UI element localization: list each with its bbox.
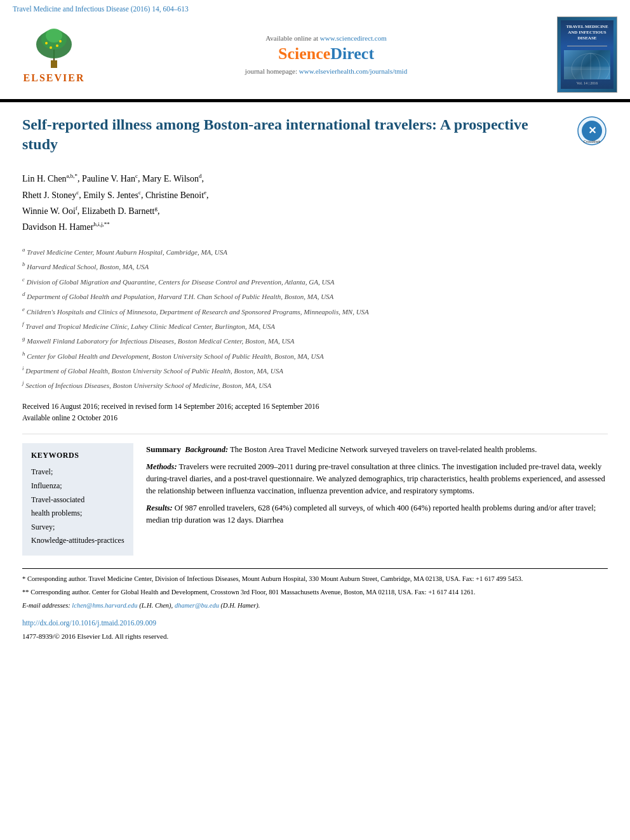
results-label: Results:	[146, 503, 173, 512]
background-text: The Boston Area Travel Medicine Network …	[230, 445, 537, 454]
email-hamer-link[interactable]: dhamer@bu.edu	[175, 602, 219, 609]
journal-homepage: journal homepage: www.elsevierhealth.com…	[108, 67, 544, 75]
author-barnett: Elizabeth D. Barnett	[82, 206, 155, 216]
author-stoney: Rhett J. Stoney	[22, 190, 76, 200]
author-han: Pauline V. Han	[82, 174, 135, 183]
svg-text:CrossMark: CrossMark	[584, 140, 601, 143]
keyword-5: Survey;	[31, 521, 124, 535]
affiliation-c: c Division of Global Migration and Quara…	[22, 275, 608, 288]
author-benoit: Christine Benoit	[145, 190, 204, 200]
author-chen-sup: a,b,*	[67, 173, 78, 180]
affiliation-i: i Department of Global Health, Boston Un…	[22, 364, 608, 377]
svg-point-7	[50, 46, 52, 49]
keyword-2: Influenza;	[31, 479, 124, 493]
keywords-box: KEYWORDS Travel; Influenza; Travel-assoc…	[22, 443, 133, 556]
author-jentes-sup: c	[138, 189, 141, 196]
crossmark-icon[interactable]: ✕ CrossMark	[576, 115, 608, 147]
affiliation-a: a Travel Medicine Center, Mount Auburn H…	[22, 245, 608, 258]
keyword-6: Knowledge-attitudes-practices	[31, 534, 124, 548]
abstract-text: Summary Background: The Boston Area Trav…	[146, 443, 608, 526]
authors-section: Lin H. Chena,b,*, Pauline V. Hanc, Mary …	[22, 171, 608, 235]
copyright-text: 1477-8939/© 2016 Elsevier Ltd. All right…	[22, 631, 608, 643]
received-date: Received 16 August 2016; received in rev…	[22, 401, 608, 412]
author-han-sup: c	[135, 173, 138, 180]
sciencedirect-logo: ScienceDirect	[108, 44, 544, 63]
author-benoit-sup: e	[204, 189, 206, 196]
main-content: Self-reported illness among Boston-area …	[0, 102, 630, 655]
svg-rect-0	[51, 60, 57, 68]
author-hamer-sup: h,i,j,**	[93, 221, 109, 227]
affiliation-g: g Maxwell Finland Laboratory for Infecti…	[22, 334, 608, 347]
author-wilson-sup: d	[199, 173, 202, 180]
footnote-1-text: Travel Medicine Center, Division of Infe…	[88, 575, 523, 582]
author-hamer: Davidson H. Hamer	[22, 222, 93, 232]
author-chen: Lin H. Chen	[22, 174, 67, 183]
footnote-2-text: Center for Global Health and Development…	[92, 589, 476, 596]
author-ooi: Winnie W. Ooi	[22, 206, 76, 216]
cover-title: TRAVEL MEDICINEand INFECTIOUSDISEASE	[566, 24, 608, 41]
journal-header: Travel Medicine and Infectious Disease (…	[0, 0, 630, 100]
available-online-text: Available online at www.sciencedirect.co…	[108, 34, 544, 42]
methods-label: Methods:	[146, 462, 177, 471]
author-wilson: Mary E. Wilson	[142, 174, 199, 183]
footnote-2-star: ** Corresponding author.	[22, 589, 90, 596]
keywords-title: KEYWORDS	[31, 451, 124, 460]
svg-point-5	[45, 42, 48, 44]
footnote-2: ** Corresponding author. Center for Glob…	[22, 587, 608, 598]
doi-section: http://dx.doi.org/10.1016/j.tmaid.2016.0…	[22, 617, 608, 629]
header-content: ELSEVIER Available online at www.science…	[13, 17, 617, 99]
affiliations-section: a Travel Medicine Center, Mount Auburn H…	[22, 245, 608, 391]
sciencedirect-url[interactable]: www.sciencedirect.com	[320, 34, 387, 42]
keyword-3: Travel-associated	[31, 493, 124, 507]
affiliation-j: j Section of Infectious Diseases, Boston…	[22, 378, 608, 391]
email-label: E-mail addresses:	[22, 602, 70, 609]
summary-label: Summary	[146, 444, 181, 454]
affiliation-d: d Department of Global Health and Popula…	[22, 290, 608, 302]
footnote-emails: E-mail addresses: lchen@hms.harvard.edu …	[22, 601, 608, 611]
affiliation-f: f Travel and Tropical Medicine Clinic, L…	[22, 319, 608, 332]
article-title-section: Self-reported illness among Boston-area …	[22, 115, 608, 161]
abstract-results: Results: Of 987 enrolled travelers, 628 …	[146, 502, 608, 527]
keyword-4: health problems;	[31, 507, 124, 521]
footnote-1: * Corresponding author. Travel Medicine …	[22, 574, 608, 585]
author-barnett-sup: g	[155, 205, 158, 211]
header-center: Available online at www.sciencedirect.co…	[95, 34, 557, 75]
dates-section: Received 16 August 2016; received in rev…	[22, 401, 608, 424]
methods-text: Travelers were recruited 2009–2011 durin…	[146, 462, 605, 496]
svg-text:✕: ✕	[588, 125, 596, 136]
abstract-background: Summary Background: The Boston Area Trav…	[146, 443, 608, 456]
footer-notes: * Corresponding author. Travel Medicine …	[22, 568, 608, 643]
elsevier-brand-text: ELSEVIER	[23, 72, 85, 84]
author-ooi-sup: f	[76, 205, 77, 211]
email-chen-link[interactable]: lchen@hms.harvard.edu	[72, 602, 137, 609]
affiliation-h: h Center for Global Health and Developme…	[22, 349, 608, 362]
email-hamer-name: (D.H. Hamer).	[221, 602, 260, 609]
results-text: Of 987 enrolled travelers, 628 (64%) com…	[146, 503, 596, 524]
affiliation-b: b Harvard Medical School, Boston, MA, US…	[22, 260, 608, 272]
journal-homepage-url[interactable]: www.elsevierhealth.com/journals/tmid	[299, 67, 407, 75]
background-label: Background:	[185, 445, 228, 454]
abstract-methods: Methods: Travelers were recruited 2009–2…	[146, 461, 608, 498]
journal-cover-image: TRAVEL MEDICINEand INFECTIOUSDISEASE Vol…	[557, 17, 617, 93]
abstract-section: Summary Background: The Boston Area Trav…	[146, 443, 608, 556]
elsevier-logo: ELSEVIER	[13, 25, 95, 84]
email-chen-name: (L.H. Chen),	[139, 602, 173, 609]
svg-point-6	[59, 40, 62, 43]
affiliation-e: e Children's Hospitals and Clinics of Mi…	[22, 305, 608, 317]
svg-point-8	[56, 44, 58, 47]
bottom-section: KEYWORDS Travel; Influenza; Travel-assoc…	[22, 434, 608, 556]
journal-top-bar: Travel Medicine and Infectious Disease (…	[13, 5, 617, 13]
keyword-1: Travel;	[31, 465, 124, 479]
elsevier-tree-icon	[29, 25, 79, 70]
doi-link[interactable]: http://dx.doi.org/10.1016/j.tmaid.2016.0…	[22, 619, 156, 627]
author-jentes: Emily S. Jentes	[83, 190, 138, 200]
footnote-1-star: * Corresponding author.	[22, 575, 87, 582]
article-title: Self-reported illness among Boston-area …	[22, 115, 576, 154]
author-stoney-sup: c	[76, 189, 79, 196]
available-date: Available online 2 October 2016	[22, 412, 608, 423]
